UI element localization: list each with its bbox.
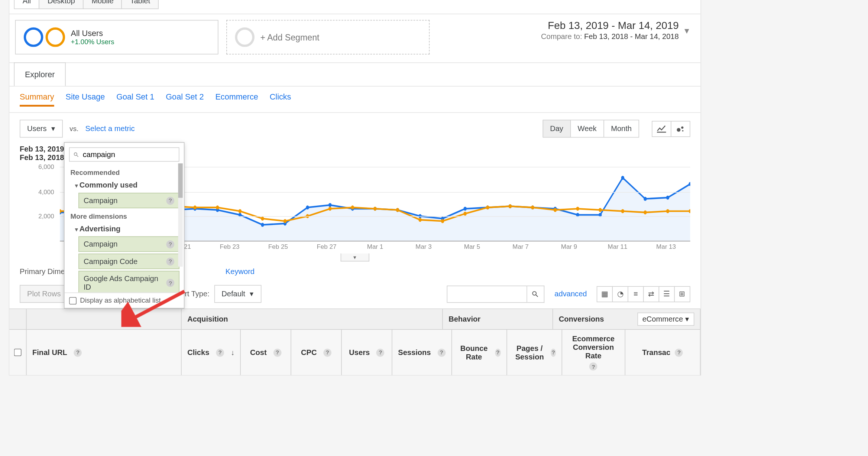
summary-tabs: Summary Site Usage Goal Set 1 Goal Set 2…: [9, 86, 700, 113]
help-icon[interactable]: ?: [437, 348, 446, 356]
dim-item-campaign-adv[interactable]: Campaign?: [78, 236, 179, 252]
sort-type-dropdown[interactable]: Default▾: [214, 285, 261, 303]
dimension-alpha-toggle[interactable]: Display as alphabetical list: [65, 293, 184, 308]
motion-chart-button[interactable]: [671, 121, 690, 137]
col-bounce-rate[interactable]: Bounce Rate?: [452, 330, 507, 375]
col-group-acquisition: Acquisition: [182, 309, 443, 329]
dim-group-advertising[interactable]: Advertising: [69, 222, 179, 234]
advanced-link[interactable]: advanced: [554, 290, 587, 298]
help-icon[interactable]: ?: [675, 348, 683, 356]
view-pivot[interactable]: ⊞: [674, 286, 690, 302]
help-icon[interactable]: ?: [166, 196, 174, 205]
col-cost[interactable]: Cost ?: [241, 330, 291, 375]
dim-group-commonly-used[interactable]: Commonly used: [69, 179, 179, 191]
summary-tab-site-usage[interactable]: Site Usage: [65, 92, 105, 107]
help-icon[interactable]: ?: [323, 348, 331, 356]
report-panel: All Desktop Mobile Tablet All Users +1.0…: [9, 0, 701, 376]
explorer-tab[interactable]: Explorer: [14, 62, 66, 86]
device-tabs: All Desktop Mobile Tablet: [9, 0, 700, 14]
explorer-tabs: Explorer: [9, 62, 700, 86]
svg-point-79: [644, 211, 647, 215]
svg-point-21: [677, 128, 680, 131]
table-search-button[interactable]: [527, 285, 544, 302]
dim-item-campaign-code[interactable]: Campaign Code?: [78, 254, 179, 269]
svg-point-80: [666, 209, 669, 213]
help-icon[interactable]: ?: [166, 240, 174, 248]
select-all-checkbox[interactable]: [9, 330, 26, 375]
svg-point-67: [373, 207, 376, 211]
device-tab-all[interactable]: All: [14, 0, 40, 9]
select-metric-link[interactable]: Select a metric: [85, 124, 135, 133]
add-segment-button[interactable]: + Add Segment: [226, 20, 430, 55]
device-tab-desktop[interactable]: Desktop: [39, 0, 84, 9]
col-sessions[interactable]: Sessions ?: [392, 330, 452, 375]
svg-point-71: [463, 212, 466, 216]
dim-item-campaign[interactable]: Campaign?: [78, 193, 179, 208]
date-range: Feb 13, 2019 - Mar 14, 2019: [541, 20, 679, 32]
summary-tab-clicks[interactable]: Clicks: [270, 92, 291, 107]
device-tab-mobile[interactable]: Mobile: [83, 0, 122, 9]
dimension-search[interactable]: [69, 147, 179, 162]
summary-tab-ecommerce[interactable]: Ecommerce: [215, 92, 258, 107]
date-range-picker[interactable]: Feb 13, 2019 - Mar 14, 2019 Compare to: …: [541, 20, 695, 41]
y-axis: 6,000 4,000 2,000: [25, 160, 54, 241]
dimension-search-input[interactable]: [83, 150, 175, 159]
segment-all-users[interactable]: All Users +1.00% Users: [15, 20, 218, 55]
svg-point-76: [576, 207, 579, 211]
view-comparison[interactable]: ⇄: [643, 286, 659, 302]
checkbox-header: [9, 309, 26, 329]
gran-week[interactable]: Week: [570, 120, 604, 138]
gran-month[interactable]: Month: [603, 120, 639, 138]
dimension-popover: Recommended Commonly used Campaign? More…: [64, 142, 184, 309]
line-chart-button[interactable]: [652, 121, 671, 137]
col-transactions[interactable]: Transac?: [625, 330, 701, 375]
col-final-url[interactable]: Final URL ?: [27, 330, 182, 375]
col-clicks[interactable]: Clicks ? ↓: [182, 330, 241, 375]
metric-dropdown[interactable]: Users▾: [20, 120, 63, 138]
summary-tab-goal2[interactable]: Goal Set 2: [166, 92, 204, 107]
help-icon[interactable]: ?: [495, 348, 501, 356]
svg-point-75: [554, 208, 557, 212]
help-icon[interactable]: ?: [74, 348, 82, 356]
chevron-down-icon: ▾: [51, 124, 55, 133]
view-performance[interactable]: ≡: [628, 286, 644, 302]
device-tab-tablet[interactable]: Tablet: [122, 0, 159, 9]
col-users[interactable]: Users ?: [342, 330, 392, 375]
segment-title: All Users: [71, 29, 114, 38]
svg-point-50: [644, 197, 647, 201]
segment-row: All Users +1.00% Users + Add Segment Feb…: [9, 14, 700, 62]
sort-desc-icon: ↓: [231, 348, 234, 356]
help-icon[interactable]: ?: [216, 348, 224, 356]
conversions-dropdown[interactable]: eCommerce ▾: [637, 313, 694, 326]
summary-tab-goal1[interactable]: Goal Set 1: [116, 92, 154, 107]
table-header-cols: Final URL ? Clicks ? ↓ Cost ? CPC ? User…: [9, 330, 700, 375]
svg-point-51: [666, 196, 669, 200]
help-icon[interactable]: ?: [273, 348, 282, 356]
table-search-input[interactable]: [447, 285, 527, 302]
help-icon[interactable]: ?: [589, 362, 597, 371]
main-content: Google Ads Final URLs SAVE EXPORT SHARE …: [0, 0, 715, 376]
help-icon[interactable]: ?: [551, 348, 556, 356]
view-percentage[interactable]: ◔: [612, 286, 628, 302]
alpha-checkbox[interactable]: [69, 297, 77, 304]
primary-dim-keyword[interactable]: Keyword: [226, 267, 255, 276]
col-pages-session[interactable]: Pages / Session?: [507, 330, 562, 375]
help-icon[interactable]: ?: [376, 348, 385, 356]
col-ecr[interactable]: Ecommerce Conversion Rate?: [562, 330, 625, 375]
view-term-cloud[interactable]: ☰: [659, 286, 675, 302]
summary-tab-summary[interactable]: Summary: [20, 92, 54, 107]
scrollbar[interactable]: [178, 163, 182, 267]
help-icon[interactable]: ?: [166, 257, 174, 266]
help-icon[interactable]: ?: [166, 279, 174, 287]
col-group-conversions: Conversions eCommerce ▾: [553, 309, 700, 329]
svg-point-70: [441, 219, 444, 223]
plot-rows-button[interactable]: Plot Rows: [20, 285, 68, 303]
svg-point-69: [418, 218, 421, 222]
gran-day[interactable]: Day: [542, 120, 571, 138]
svg-point-60: [216, 205, 219, 209]
svg-point-65: [328, 207, 331, 211]
col-cpc[interactable]: CPC ?: [291, 330, 342, 375]
view-data-table[interactable]: ▦: [597, 286, 613, 302]
chart-expand-button[interactable]: ▾: [341, 254, 369, 262]
dim-item-ga-campaign-id[interactable]: Google Ads Campaign ID?: [78, 271, 179, 293]
